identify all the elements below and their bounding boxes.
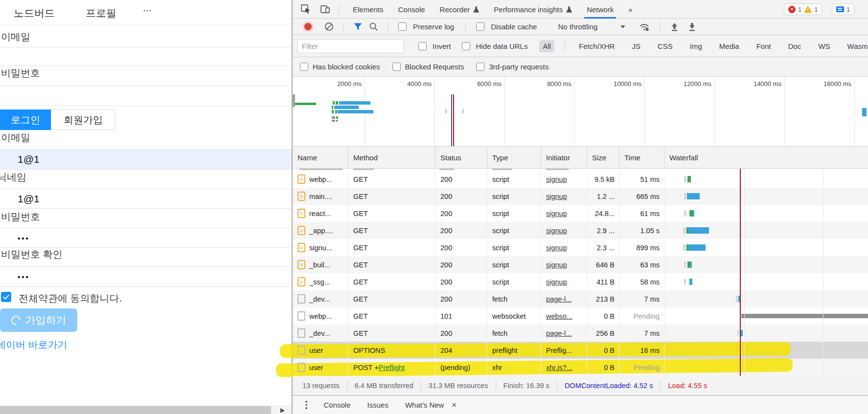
request-row[interactable]: userOPTIONS204preflightPreflig...0 B16 m… [293, 342, 868, 359]
type-filter-ws[interactable]: WS [815, 40, 833, 52]
request-row[interactable]: webp...GET200scriptsignup9.5 kB51 ms [293, 171, 868, 188]
throttling-select[interactable]: No throttling [558, 22, 597, 31]
initiator-link[interactable]: signup [546, 244, 567, 252]
import-har-icon[interactable] [670, 22, 679, 31]
column-header-initiator[interactable]: Initiator [541, 147, 587, 169]
overview-bar [338, 110, 373, 113]
invert-checkbox[interactable] [418, 42, 427, 50]
password-confirm-input[interactable]: ••• [0, 266, 292, 287]
request-row[interactable]: _app....GET200scriptsignup2.9 ...1.05 s [293, 222, 868, 239]
naver-link[interactable]: 네이버 바로가기 [0, 338, 68, 351]
loading-spinner-icon [9, 314, 22, 327]
devtools-tab-network[interactable]: Network [579, 0, 621, 19]
tab-signup[interactable]: 회원가입 [51, 109, 115, 130]
drawer-tab-issues[interactable]: Issues [367, 401, 388, 409]
request-row[interactable]: main....GET200scriptsignup1.2 ...665 ms [293, 188, 868, 205]
devtools-tab-console[interactable]: Console [391, 0, 433, 19]
initiator-link[interactable]: signup [546, 227, 567, 235]
initiator-link[interactable]: signup [546, 175, 567, 183]
request-row[interactable]: webp...GET101websocketwebso...0 BPending [293, 307, 868, 325]
kebab-menu-icon[interactable] [305, 401, 307, 409]
request-row[interactable]: _dev...GET200fetchpage-l...213 B7 ms [293, 290, 868, 307]
column-header-waterfall[interactable]: Waterfall [664, 147, 868, 169]
request-row[interactable]: _ssg...GET200scriptsignup411 B58 ms [293, 273, 868, 290]
preserve-log-checkbox[interactable] [398, 22, 407, 31]
drawer-tab-what-s-new[interactable]: What's New [405, 401, 444, 409]
filter-funnel-icon[interactable] [353, 22, 363, 31]
search-icon[interactable] [369, 22, 378, 31]
type-filter-js[interactable]: JS [628, 40, 644, 52]
clear-button[interactable] [325, 22, 333, 31]
request-row[interactable]: _buil...GET200scriptsignup646 B63 ms [293, 256, 868, 273]
type-filter-doc[interactable]: Doc [785, 40, 805, 52]
export-har-icon[interactable] [688, 22, 696, 31]
record-button[interactable] [304, 23, 312, 30]
nav-brand[interactable]: 노드버드 [14, 6, 55, 20]
page-horizontal-scrollbar[interactable] [0, 406, 292, 414]
initiator-link[interactable]: webso... [546, 312, 572, 320]
request-row[interactable]: _dev...GET200fetchpage-l...256 B7 ms [293, 325, 868, 342]
network-overview-timeline[interactable]: 2000 ms4000 ms6000 ms8000 ms10000 ms1200… [293, 77, 868, 147]
type-filter-fetch-xhr[interactable]: Fetch/XHR [575, 40, 618, 52]
type-filter-media[interactable]: Media [716, 40, 743, 52]
signup-submit-button[interactable]: 가입하기 [0, 308, 77, 332]
type-filter-img[interactable]: Img [686, 40, 706, 52]
preflight-link[interactable]: Preflight [379, 364, 405, 371]
device-toolbar-icon[interactable] [320, 4, 331, 15]
login-password-input[interactable] [0, 86, 292, 106]
devtools-tab-item[interactable]: » [621, 0, 640, 19]
checkbox-blocked-requests[interactable] [392, 63, 401, 71]
column-header-status[interactable]: Status [435, 147, 487, 169]
status-text: 200 [440, 295, 452, 303]
flask-icon [473, 6, 479, 13]
issues-badge[interactable]: 1 [832, 3, 854, 15]
filter-input[interactable] [297, 39, 404, 53]
checkbox-3rd-party-requests[interactable] [476, 63, 484, 71]
nav-profile[interactable]: 프로필 [86, 6, 116, 20]
nav-more[interactable]: ... [143, 2, 152, 14]
network-conditions-icon[interactable] [639, 22, 650, 31]
devtools-tab-performance-insights[interactable]: Performance insights [486, 0, 579, 19]
devtools-tab-elements[interactable]: Elements [345, 0, 391, 19]
drawer-tab-console[interactable]: Console [324, 401, 351, 409]
tab-login[interactable]: 로그인 [0, 109, 51, 130]
type-filter-wasm[interactable]: Wasm [844, 40, 868, 52]
column-header-size[interactable]: Size [587, 147, 619, 169]
close-icon[interactable]: × [452, 401, 456, 410]
column-header-name[interactable]: Name [293, 147, 348, 169]
checkbox-has-blocked-cookies[interactable] [300, 63, 308, 71]
summary-13-requests: 13 requests [302, 382, 340, 390]
initiator-link[interactable]: signup [546, 278, 567, 286]
request-row[interactable]: userPOST + Preflight(pending)xhrxhr.js?.… [293, 359, 868, 376]
devtools-tab-recorder[interactable]: Recorder [433, 0, 487, 19]
column-header-time[interactable]: Time [619, 147, 664, 169]
login-email-input[interactable] [0, 47, 292, 66]
signup-password-input[interactable]: ••• [0, 228, 292, 248]
nickname-input[interactable]: 1@1 [0, 189, 292, 209]
cell-method: OPTIONS [348, 342, 435, 359]
column-header-method[interactable]: Method [348, 147, 435, 169]
inspect-icon[interactable] [300, 4, 311, 15]
error-warning-badge[interactable]: ✕ 1 ! 1 [784, 3, 822, 15]
scrollbar-right-arrow-icon[interactable] [280, 408, 285, 413]
type-filter-css[interactable]: CSS [654, 40, 676, 52]
initiator-link[interactable]: signup [546, 261, 567, 269]
request-row[interactable]: signu...GET200scriptsignup2.3 ...899 ms [293, 239, 868, 256]
agree-checkbox[interactable] [1, 292, 11, 302]
scrollbar-thumb[interactable] [0, 406, 271, 414]
disable-cache-checkbox[interactable] [476, 22, 484, 31]
initiator-link[interactable]: page-l... [546, 295, 571, 303]
initiator-link[interactable]: xhr.js?... [546, 364, 572, 371]
type-filter-all[interactable]: All [539, 40, 554, 52]
type-filter-font[interactable]: Font [753, 40, 775, 52]
request-row[interactable]: react...GET200scriptsignup24.8...61 ms [293, 205, 868, 222]
chevron-down-icon[interactable] [620, 25, 625, 28]
hide-data-urls-checkbox[interactable] [462, 42, 470, 50]
signup-email-input[interactable]: 1@1 [0, 149, 292, 170]
column-header-type[interactable]: Type [487, 147, 541, 169]
initiator-link[interactable]: signup [546, 193, 567, 200]
initiator-link[interactable]: signup [546, 210, 567, 218]
overview-bar [339, 101, 370, 105]
overview-scroll-handle[interactable] [293, 94, 295, 107]
initiator-link[interactable]: page-l... [546, 329, 571, 337]
